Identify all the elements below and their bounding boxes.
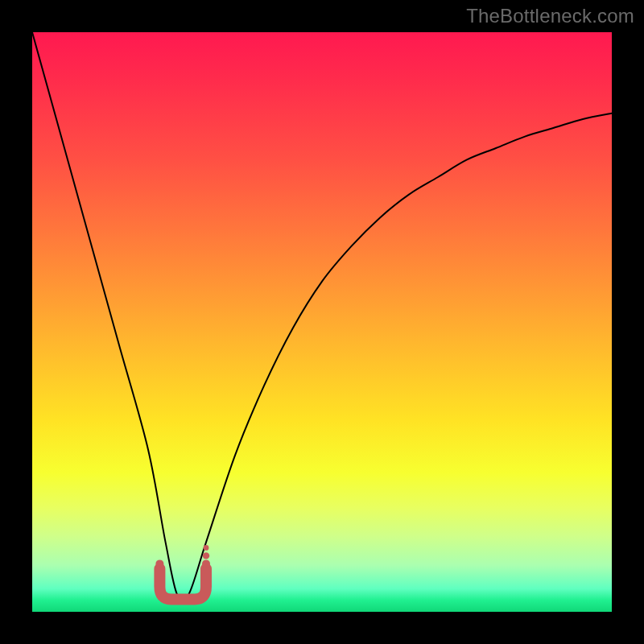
bottleneck-curve xyxy=(32,32,612,601)
optimal-zone-dot xyxy=(155,559,163,568)
optimal-zone-dot xyxy=(202,559,210,568)
optimal-zone-highlight xyxy=(159,568,206,599)
optimal-zone-dot xyxy=(204,545,209,551)
optimal-zone-dot xyxy=(203,552,209,559)
chart-frame: TheBottleneck.com xyxy=(0,0,644,644)
plot-area xyxy=(32,32,612,612)
curve-svg xyxy=(32,32,612,612)
watermark-text: TheBottleneck.com xyxy=(466,5,634,27)
